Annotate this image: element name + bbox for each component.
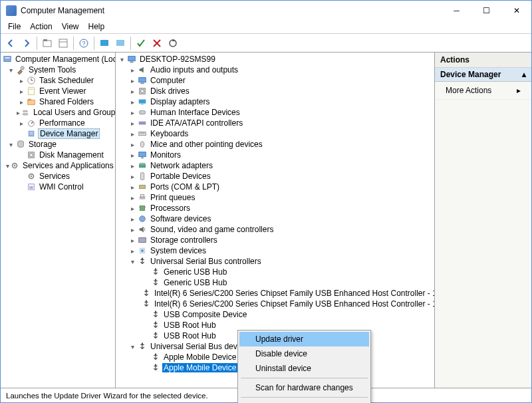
expand-toggle[interactable]: ▸ bbox=[17, 88, 26, 95]
update-button[interactable] bbox=[166, 36, 180, 51]
device-item[interactable]: Intel(R) 6 Series/C200 Series Chipset Fa… bbox=[117, 299, 433, 309]
device-item[interactable]: ▸Keyboards bbox=[117, 128, 433, 139]
expand-toggle[interactable]: ▾ bbox=[128, 343, 137, 350]
perf-icon bbox=[26, 118, 37, 128]
expand-toggle[interactable]: ▸ bbox=[128, 194, 137, 202]
device-item[interactable]: ▸Print queues bbox=[117, 192, 433, 203]
expand-toggle[interactable]: ▸ bbox=[128, 88, 137, 95]
close-button[interactable]: ✕ bbox=[501, 1, 531, 21]
device-label: Intel(R) 6 Series/C200 Series Chipset Fa… bbox=[153, 299, 434, 309]
collapse-icon: ▴ bbox=[522, 70, 526, 79]
tree-item[interactable]: Disk Management bbox=[2, 150, 114, 160]
device-item[interactable]: ▸Mice and other pointing devices bbox=[117, 139, 433, 150]
context-menu-item[interactable]: Update driver bbox=[239, 332, 369, 346]
svg-rect-50 bbox=[140, 164, 146, 167]
expand-toggle[interactable]: ▸ bbox=[128, 130, 137, 138]
actions-item[interactable]: More Actions ▸ bbox=[435, 82, 531, 100]
expand-toggle[interactable]: ▾ bbox=[6, 67, 15, 74]
nav-forward-button[interactable] bbox=[19, 36, 34, 51]
expand-toggle[interactable]: ▸ bbox=[128, 67, 137, 74]
device-item[interactable]: ▸Monitors bbox=[117, 150, 433, 160]
device-item[interactable]: ▾DESKTOP-92SMS99 bbox=[117, 54, 433, 65]
device-item[interactable]: ▸Audio inputs and outputs bbox=[117, 65, 433, 75]
expand-toggle[interactable]: ▸ bbox=[128, 162, 137, 170]
enable-button[interactable] bbox=[134, 36, 148, 51]
svg-point-73 bbox=[155, 364, 156, 365]
minimize-button[interactable]: ─ bbox=[442, 1, 471, 21]
device-item[interactable]: ▾Universal Serial Bus controllers bbox=[117, 256, 433, 267]
context-menu-item[interactable]: Properties bbox=[239, 400, 369, 403]
tree-item[interactable]: ▸Performance bbox=[2, 118, 114, 128]
device-item[interactable]: Generic USB Hub bbox=[117, 267, 433, 277]
device-item[interactable]: ▸Network adapters bbox=[117, 160, 433, 171]
device-item[interactable]: USB Composite Device bbox=[117, 309, 433, 320]
expand-toggle[interactable]: ▸ bbox=[128, 141, 137, 148]
device-item[interactable]: ▸System devices bbox=[117, 245, 433, 256]
tree-item[interactable]: Computer Management (Local) bbox=[2, 54, 114, 65]
device-item[interactable]: ▸Ports (COM & LPT) bbox=[117, 182, 433, 192]
device-item[interactable]: ▸Processors bbox=[117, 203, 433, 213]
disable-button[interactable] bbox=[150, 36, 164, 51]
menu-action[interactable]: Action bbox=[25, 21, 57, 33]
device-item[interactable]: ▸Disk drives bbox=[117, 86, 433, 96]
display-icon bbox=[137, 96, 148, 107]
expand-toggle[interactable]: ▸ bbox=[128, 173, 137, 180]
device-item[interactable]: Intel(R) 6 Series/C200 Series Chipset Fa… bbox=[117, 288, 433, 299]
device-item[interactable]: ▸Display adapters bbox=[117, 96, 433, 107]
tree-item[interactable]: ▾System Tools bbox=[2, 65, 114, 75]
tree-item[interactable]: ▾Storage bbox=[2, 139, 114, 150]
expand-toggle[interactable]: ▸ bbox=[128, 237, 137, 244]
tree-item[interactable]: WWMI Control bbox=[2, 182, 114, 192]
actions-section[interactable]: Device Manager ▴ bbox=[435, 68, 531, 82]
actions-section-label: Device Manager bbox=[440, 70, 501, 79]
up-button[interactable] bbox=[40, 36, 55, 51]
context-menu-item[interactable]: Disable device bbox=[239, 346, 369, 361]
help-button[interactable]: ? bbox=[76, 36, 91, 51]
device-item[interactable]: ▸Storage controllers bbox=[117, 235, 433, 245]
menu-view[interactable]: View bbox=[57, 21, 84, 33]
tree-item[interactable]: ▸Task Scheduler bbox=[2, 75, 114, 86]
expand-toggle[interactable]: ▸ bbox=[128, 205, 137, 212]
expand-toggle[interactable]: ▸ bbox=[128, 184, 137, 191]
expand-toggle[interactable]: ▸ bbox=[128, 215, 137, 223]
device-item[interactable]: ▸Computer bbox=[117, 75, 433, 86]
menu-help[interactable]: Help bbox=[84, 21, 110, 33]
expand-toggle[interactable]: ▾ bbox=[6, 141, 15, 148]
device-item[interactable]: Generic USB Hub bbox=[117, 277, 433, 288]
expand-toggle[interactable]: ▸ bbox=[128, 98, 137, 106]
expand-toggle[interactable]: ▾ bbox=[117, 56, 126, 63]
expand-toggle[interactable]: ▸ bbox=[128, 247, 137, 255]
expand-toggle[interactable]: ▸ bbox=[128, 109, 137, 116]
expand-toggle[interactable]: ▸ bbox=[128, 152, 137, 159]
tree-item[interactable]: Device Manager bbox=[2, 128, 114, 139]
device-item[interactable]: ▸Software devices bbox=[117, 213, 433, 224]
tree-item[interactable]: Services bbox=[2, 171, 114, 182]
nav-back-button[interactable] bbox=[3, 36, 18, 51]
device-item[interactable]: ▸Sound, video and game controllers bbox=[117, 224, 433, 235]
tree-item[interactable]: ▾Services and Applications bbox=[2, 160, 114, 171]
console-tree[interactable]: Computer Management (Local)▾System Tools… bbox=[1, 53, 116, 388]
expand-toggle[interactable]: ▸ bbox=[17, 98, 26, 106]
properties-button[interactable] bbox=[56, 36, 70, 51]
menu-file[interactable]: File bbox=[3, 21, 25, 33]
device-item[interactable]: ▸IDE ATA/ATAPI controllers bbox=[117, 118, 433, 128]
context-menu-item[interactable]: Scan for hardware changes bbox=[239, 380, 369, 395]
tree-item[interactable]: ▸Shared Folders bbox=[2, 96, 114, 107]
device-item[interactable]: ▸Human Interface Devices bbox=[117, 107, 433, 118]
expand-toggle[interactable]: ▸ bbox=[17, 77, 26, 84]
expand-toggle[interactable]: ▾ bbox=[128, 258, 137, 265]
show-hidden-button[interactable] bbox=[97, 36, 112, 51]
tree-item[interactable]: ▸Local Users and Groups bbox=[2, 107, 114, 118]
svg-rect-9 bbox=[4, 57, 11, 62]
context-menu-item[interactable]: Uninstall device bbox=[239, 361, 369, 376]
device-item[interactable]: USB Root Hub bbox=[117, 320, 433, 331]
expand-toggle[interactable]: ▸ bbox=[128, 120, 137, 127]
expand-toggle[interactable]: ▸ bbox=[128, 226, 137, 233]
expand-toggle[interactable]: ▸ bbox=[17, 120, 26, 127]
maximize-button[interactable]: ☐ bbox=[471, 1, 501, 21]
tree-item[interactable]: ▸Event Viewer bbox=[2, 86, 114, 96]
expand-toggle[interactable]: ▸ bbox=[128, 77, 137, 84]
svg-rect-40 bbox=[139, 100, 146, 104]
device-item[interactable]: ▸Portable Devices bbox=[117, 171, 433, 182]
scan-button[interactable] bbox=[113, 36, 128, 51]
